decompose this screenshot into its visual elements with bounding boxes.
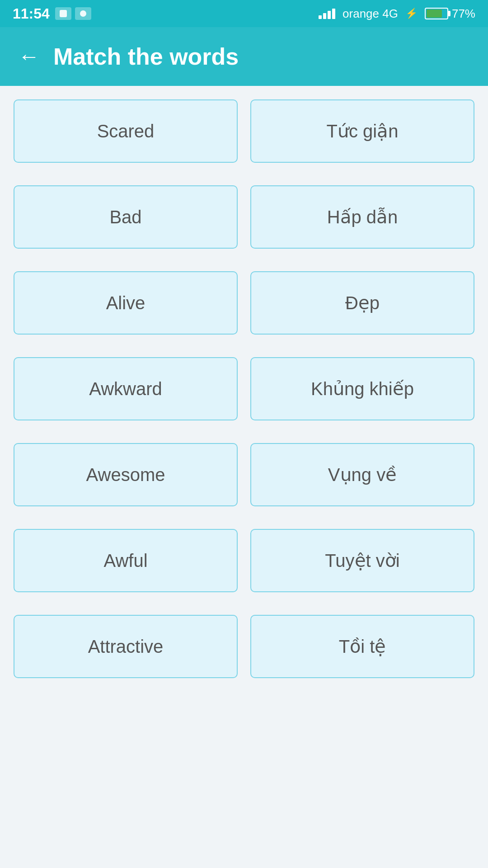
battery-container: 77% [425,7,475,21]
word-card-right[interactable]: Tức giận [250,99,474,163]
word-card-text-right: Đẹp [345,292,380,313]
word-row: AwfulTuyệt vời [14,529,474,592]
charging-icon: ⚡ [405,8,418,19]
word-row: AwesomeVụng về [14,443,474,506]
word-card-right[interactable]: Hấp dẫn [250,185,474,249]
word-card-text-left: Awful [103,551,147,571]
word-card-text-right: Hấp dẫn [327,207,398,227]
battery-fill [427,9,442,18]
word-row: AttractiveTồi tệ [14,615,474,678]
carrier-label: orange 4G [343,7,398,21]
header: ← Match the words [0,27,488,86]
signal-icon [319,9,335,19]
word-row: BadHấp dẫn [14,185,474,249]
word-card-left[interactable]: Attractive [14,615,238,678]
word-list: ScaredTức giậnBadHấp dẫnAliveĐẹpAwkwardK… [0,86,488,728]
svg-rect-0 [60,10,67,17]
word-card-right[interactable]: Khủng khiếp [250,357,474,420]
word-card-text-left: Scared [97,121,155,142]
word-card-text-right: Khủng khiếp [311,378,414,399]
word-row: AliveĐẹp [14,271,474,335]
word-card-left[interactable]: Awkward [14,357,238,420]
word-card-text-right: Tức giận [327,121,399,142]
word-row: ScaredTức giận [14,99,474,163]
word-card-right[interactable]: Tồi tệ [250,615,474,678]
app-icon-2 [75,7,91,20]
word-card-left[interactable]: Awful [14,529,238,592]
status-bar: 11:54 orange 4G ⚡ [0,0,488,27]
word-card-text-left: Awkward [89,379,162,399]
word-card-left[interactable]: Scared [14,99,238,163]
word-row: AwkwardKhủng khiếp [14,357,474,420]
svg-point-1 [80,10,86,17]
word-card-text-left: Bad [109,207,141,227]
app-icon-1 [55,7,71,20]
word-card-text-right: Vụng về [328,464,397,485]
word-card-left[interactable]: Bad [14,185,238,249]
word-card-right[interactable]: Đẹp [250,271,474,335]
battery-icon [425,8,448,19]
word-card-left[interactable]: Awesome [14,443,238,506]
battery-percent: 77% [452,7,475,21]
word-card-text-left: Attractive [88,637,164,657]
word-card-text-left: Awesome [86,465,165,485]
word-card-text-right: Tồi tệ [339,636,386,657]
word-card-right[interactable]: Vụng về [250,443,474,506]
status-time: 11:54 [13,5,50,22]
word-card-text-left: Alive [106,293,145,313]
status-bar-right: orange 4G ⚡ 77% [319,7,475,21]
word-card-left[interactable]: Alive [14,271,238,335]
status-icons [55,7,91,20]
page-title: Match the words [53,43,239,70]
word-card-right[interactable]: Tuyệt vời [250,529,474,592]
status-bar-left: 11:54 [13,5,91,22]
back-button[interactable]: ← [18,46,40,67]
word-card-text-right: Tuyệt vời [325,550,399,571]
